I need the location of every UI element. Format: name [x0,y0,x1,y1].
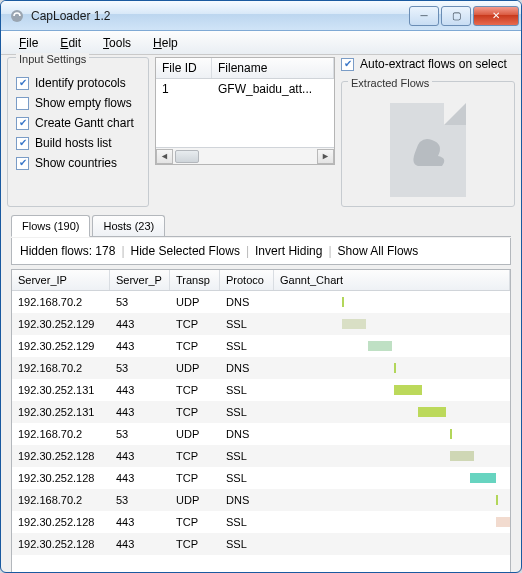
filename-cell: GFW_baidu_att... [212,79,334,99]
cell-transport: UDP [170,362,220,374]
cell-protocol: DNS [220,296,274,308]
table-header: Server_IP Server_P Transp Protoco Gannt_… [12,270,510,291]
cell-gantt [274,295,510,309]
scroll-left-icon[interactable]: ◄ [156,149,173,164]
invert-hiding-button[interactable]: Invert Hiding [255,244,322,258]
scroll-thumb[interactable] [175,150,199,163]
minimize-button[interactable]: ─ [409,6,439,26]
cell-gantt [274,515,510,529]
cell-transport: TCP [170,516,220,528]
checkbox-countries[interactable] [16,157,29,170]
cell-ip: 192.168.70.2 [12,296,110,308]
cell-protocol: SSL [220,340,274,352]
gantt-bar [450,451,474,461]
cell-port: 443 [110,384,170,396]
input-settings-legend: Input Settings [16,53,89,65]
cell-ip: 192.30.252.128 [12,472,110,484]
svg-point-0 [11,10,23,22]
table-row[interactable]: 192.30.252.128443TCPSSL [12,445,510,467]
cell-transport: UDP [170,428,220,440]
label-empty: Show empty flows [35,96,132,110]
cell-transport: TCP [170,384,220,396]
cell-ip: 192.30.252.131 [12,406,110,418]
input-settings-group: Input Settings Identify protocols Show e… [7,57,149,207]
hidden-flows-label: Hidden flows: 178 [20,244,115,258]
cell-transport: TCP [170,538,220,550]
menu-edit[interactable]: Edit [50,34,91,52]
cell-protocol: SSL [220,406,274,418]
col-server-port[interactable]: Server_P [110,270,170,290]
table-row[interactable]: 192.30.252.129443TCPSSL [12,313,510,335]
cell-ip: 192.30.252.128 [12,516,110,528]
col-filename[interactable]: Filename [212,58,334,78]
gantt-bar [342,297,344,307]
checkbox-empty[interactable] [16,97,29,110]
window-title: CapLoader 1.2 [31,9,409,23]
table-row[interactable]: 192.30.252.128443TCPSSL [12,533,510,555]
cell-ip: 192.168.70.2 [12,494,110,506]
cell-transport: TCP [170,340,220,352]
extracted-file-icon[interactable] [390,103,466,197]
cell-gantt [274,405,510,419]
titlebar[interactable]: CapLoader 1.2 ─ ▢ ✕ [1,1,521,31]
tab-hosts[interactable]: Hosts (23) [92,215,165,237]
cell-protocol: DNS [220,428,274,440]
col-file-id[interactable]: File ID [156,58,212,78]
menu-tools[interactable]: Tools [93,34,141,52]
cell-gantt [274,493,510,507]
label-gantt: Create Gantt chart [35,116,134,130]
tab-flows[interactable]: Flows (190) [11,215,90,237]
table-row[interactable]: 192.168.70.253UDPDNS [12,357,510,379]
cell-port: 53 [110,296,170,308]
cell-protocol: SSL [220,516,274,528]
cell-ip: 192.168.70.2 [12,362,110,374]
maximize-button[interactable]: ▢ [441,6,471,26]
file-list-panel: File ID Filename 1 GFW_baidu_att... ◄ ► [155,57,335,207]
cell-gantt [274,317,510,331]
scroll-right-icon[interactable]: ► [317,149,334,164]
cell-protocol: SSL [220,472,274,484]
file-row[interactable]: 1 GFW_baidu_att... [156,79,334,99]
cell-protocol: DNS [220,494,274,506]
gantt-bar [418,407,446,417]
cell-gantt [274,361,510,375]
hide-selected-button[interactable]: Hide Selected Flows [131,244,240,258]
checkbox-hosts[interactable] [16,137,29,150]
table-row[interactable]: 192.30.252.128443TCPSSL [12,467,510,489]
col-protocol[interactable]: Protoco [220,270,274,290]
cell-port: 443 [110,450,170,462]
flows-toolbar: Hidden flows: 178 | Hide Selected Flows … [11,238,511,265]
table-row[interactable]: 192.30.252.131443TCPSSL [12,379,510,401]
app-icon [9,8,25,24]
table-row[interactable]: 192.168.70.253UDPDNS [12,423,510,445]
file-list-scrollbar[interactable]: ◄ ► [156,147,334,164]
menu-help[interactable]: Help [143,34,188,52]
cell-protocol: DNS [220,362,274,374]
table-row[interactable]: 192.168.70.253UDPDNS [12,489,510,511]
cell-ip: 192.30.252.128 [12,450,110,462]
menu-file[interactable]: File [9,34,48,52]
gantt-bar [496,495,498,505]
file-list[interactable]: File ID Filename 1 GFW_baidu_att... ◄ ► [155,57,335,165]
file-id-cell: 1 [156,79,212,99]
table-body: 192.168.70.253UDPDNS192.30.252.129443TCP… [12,291,510,573]
table-row[interactable]: 192.30.252.129443TCPSSL [12,335,510,357]
table-row[interactable]: 192.30.252.128443TCPSSL [12,511,510,533]
checkbox-identify[interactable] [16,77,29,90]
tabstrip: Flows (190) Hosts (23) [1,211,521,237]
cell-port: 443 [110,516,170,528]
cell-transport: TCP [170,406,220,418]
col-server-ip[interactable]: Server_IP [12,270,110,290]
col-transport[interactable]: Transp [170,270,220,290]
cell-port: 443 [110,340,170,352]
show-all-button[interactable]: Show All Flows [338,244,419,258]
table-row[interactable]: 192.30.252.131443TCPSSL [12,401,510,423]
col-gantt[interactable]: Gannt_Chart [274,270,510,290]
table-row[interactable]: 192.168.70.253UDPDNS [12,291,510,313]
gantt-bar [394,385,422,395]
label-auto-extract: Auto-extract flows on select [360,57,507,71]
label-hosts: Build hosts list [35,136,112,150]
close-button[interactable]: ✕ [473,6,519,26]
checkbox-auto-extract[interactable] [341,58,354,71]
checkbox-gantt[interactable] [16,117,29,130]
